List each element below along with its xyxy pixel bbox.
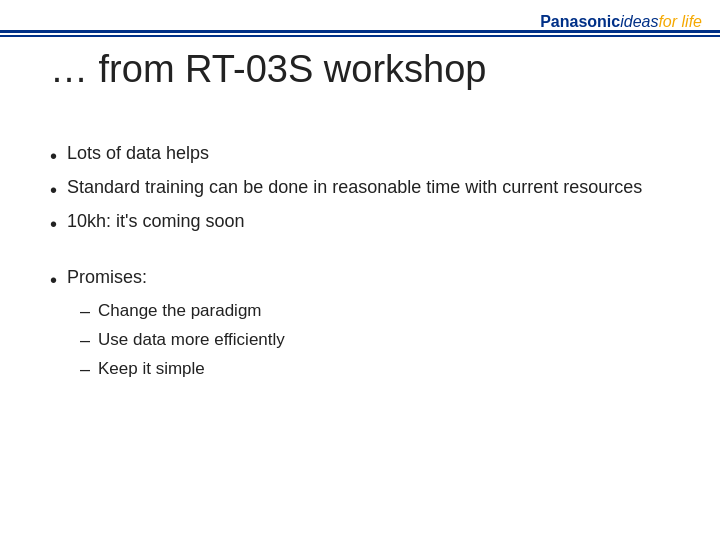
sub-bullet-text-1: Change the paradigm <box>98 298 262 324</box>
sub-list-item: – Use data more efficiently <box>80 327 680 354</box>
list-item: • Standard training can be done in reaso… <box>50 174 680 204</box>
bullet-text-1: Lots of data helps <box>67 140 209 167</box>
bullet-icon: • <box>50 210 57 238</box>
line-thick <box>0 30 720 33</box>
dash-icon: – <box>80 356 90 383</box>
bullet-icon: • <box>50 142 57 170</box>
bullet-icon: • <box>50 176 57 204</box>
slide: Panasonic ideas for life … from RT-03S w… <box>0 0 720 540</box>
content-area: • Lots of data helps • Standard training… <box>50 140 680 383</box>
promises-label: Promises: <box>67 264 147 291</box>
line-thin <box>0 35 720 37</box>
bullet-text-3: 10kh: it's coming soon <box>67 208 245 235</box>
dash-icon: – <box>80 298 90 325</box>
logo-panasonic: Panasonic <box>540 13 620 31</box>
list-item: • Lots of data helps <box>50 140 680 170</box>
bullet-icon: • <box>50 266 57 294</box>
dash-icon: – <box>80 327 90 354</box>
main-title: … from RT-03S workshop <box>50 48 690 92</box>
promises-item: • Promises: <box>50 264 680 294</box>
sub-list-item: – Keep it simple <box>80 356 680 383</box>
sub-bullet-text-2: Use data more efficiently <box>98 327 285 353</box>
list-item: • 10kh: it's coming soon <box>50 208 680 238</box>
logo-ideas: ideas <box>620 13 658 31</box>
sub-list-item: – Change the paradigm <box>80 298 680 325</box>
logo-for-life: for life <box>658 13 702 31</box>
section-spacer <box>50 242 680 264</box>
sub-bullet-text-3: Keep it simple <box>98 356 205 382</box>
bullet-text-2: Standard training can be done in reasona… <box>67 174 642 201</box>
decorative-lines <box>0 30 720 37</box>
